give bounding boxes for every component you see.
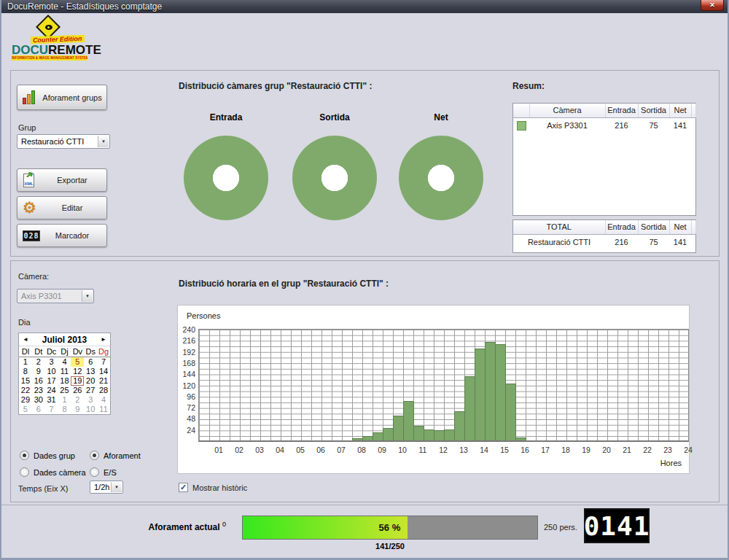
column-header[interactable] [691, 104, 695, 117]
calendar-day[interactable]: 27 [84, 386, 97, 395]
calendar-day[interactable]: 25 [58, 386, 71, 395]
x-tick-label: 07 [331, 446, 351, 454]
hourly-chart: Persones 24487296120144168192216240 0102… [177, 305, 690, 474]
column-header[interactable]: Entrada [605, 220, 638, 234]
calendar-day[interactable]: 6 [32, 405, 45, 414]
calendar-day[interactable]: 26 [71, 386, 84, 395]
table-cell: Restauració CTTI [513, 234, 605, 250]
column-header[interactable]: Net [669, 220, 691, 234]
exportar-button[interactable]: XML ➜ Exportar [17, 168, 107, 192]
calendar-day[interactable]: 9 [32, 367, 45, 376]
calendar-day-name: Dv [71, 346, 84, 357]
calendar-day[interactable]: 2 [71, 395, 84, 405]
calendar-day[interactable]: 7 [97, 357, 110, 367]
calendar-day[interactable]: 1 [19, 357, 32, 367]
column-header[interactable]: Càmera [529, 104, 605, 117]
column-header[interactable]: Sortida [638, 220, 669, 234]
column-header[interactable]: Net [669, 104, 691, 117]
calendar-day[interactable]: 3 [45, 357, 58, 367]
calendar-day[interactable]: 8 [58, 405, 71, 414]
aforament-grups-button[interactable]: Aforament grups [17, 85, 107, 110]
series-color-swatch [517, 121, 526, 131]
radio-dades-c-mera[interactable]: Dades càmera [20, 464, 90, 481]
column-header[interactable]: Entrada [605, 104, 638, 117]
radio-dades-grup[interactable]: Dades grup [20, 447, 90, 464]
calendar-day[interactable]: 6 [84, 357, 97, 367]
table-row[interactable]: Restauració CTTI21675141 [513, 234, 695, 250]
camera-label: Càmera: [18, 272, 49, 281]
y-tick-label: 48 [178, 414, 195, 423]
calendar-day[interactable]: 15 [19, 376, 32, 386]
calendar-day[interactable]: 5 [19, 405, 32, 414]
chart-title: Distribució horaria en el grup "Restaura… [179, 279, 389, 289]
calendar-day[interactable]: 18 [58, 376, 71, 386]
calendar-day[interactable]: 5 [71, 357, 84, 367]
camera-table: CàmeraEntradaSortidaNetAxis P33012167514… [512, 103, 696, 216]
chart-bar [434, 430, 445, 440]
calendar-day[interactable]: 30 [32, 395, 45, 405]
calendar-prev-icon[interactable]: ◄ [19, 336, 32, 343]
calendar-day[interactable]: 28 [97, 386, 110, 395]
calendar-month-title: Juliol 2013 [32, 335, 97, 345]
calendar-day[interactable]: 10 [45, 367, 58, 376]
calendar-day[interactable]: 11 [97, 405, 110, 414]
calendar-day[interactable]: 4 [58, 357, 71, 367]
radio-aforament[interactable]: Aforament [90, 447, 177, 464]
calendar-day[interactable]: 2 [32, 357, 45, 367]
camera-select[interactable]: Axis P3301 ▼ [17, 289, 94, 303]
close-button[interactable]: ✕ [701, 0, 724, 11]
calendar-day[interactable]: 3 [84, 395, 97, 405]
calendar-day[interactable]: 11 [58, 367, 71, 376]
calendar-day[interactable]: 12 [71, 367, 84, 376]
calendar-day[interactable]: 17 [45, 376, 58, 386]
app-logo: Counter Edition DOCUREMOTE INFORMATION &… [12, 17, 92, 63]
calendar-day[interactable]: 8 [19, 367, 32, 376]
chart-bar [444, 429, 455, 440]
calendar-day[interactable]: 20 [84, 376, 97, 386]
calendar-header: ◄ Juliol 2013 ► [19, 333, 110, 346]
radio-e-s[interactable]: E/S [90, 464, 177, 481]
calendar-day[interactable]: 10 [84, 405, 97, 414]
temps-select[interactable]: 1/2h ▼ [90, 481, 123, 494]
calendar-day[interactable]: 9 [71, 405, 84, 414]
calendar-day[interactable]: 21 [97, 376, 110, 386]
x-tick-label: 02 [229, 446, 249, 454]
x-tick-label: 05 [290, 446, 311, 454]
aforament-sup: 0 [222, 521, 226, 528]
calendar-day[interactable]: 4 [97, 395, 110, 405]
occupancy-ratio: 141/250 [242, 542, 538, 551]
radio-icon [90, 451, 99, 460]
gear-icon: ⚙ [23, 199, 36, 217]
column-header[interactable]: TOTAL [513, 220, 605, 234]
table-cell [691, 234, 695, 250]
chart-bar [495, 344, 506, 440]
calendar-day-name: Ds [84, 346, 97, 357]
xml-export-icon: XML ➜ [23, 174, 34, 187]
chart-bar [383, 428, 394, 440]
chart-bar [373, 432, 383, 440]
grup-select[interactable]: Restauració CTTI ▼ [17, 134, 110, 149]
marcador-button[interactable]: 028 Marcador [17, 224, 107, 247]
calendar-day[interactable]: 1 [58, 395, 71, 405]
column-header[interactable]: Sortida [638, 104, 669, 117]
calendar-day[interactable]: 24 [45, 386, 58, 395]
chevron-down-icon: ▼ [98, 136, 109, 147]
calendar-next-icon[interactable]: ► [97, 336, 110, 343]
calendar-day[interactable]: 22 [19, 386, 32, 395]
editar-button[interactable]: ⚙ Editar [17, 196, 107, 219]
window-title: DocuRemote - Estadístiques comptatge [7, 1, 162, 12]
table-row[interactable]: Axis P330121675141 [513, 117, 695, 133]
calendar-day[interactable]: 13 [84, 367, 97, 376]
calendar-day[interactable]: 16 [32, 376, 45, 386]
calendar-day[interactable]: 19 [71, 376, 84, 386]
calendar-day[interactable]: 29 [19, 395, 32, 405]
occupancy-progress-bar: 56 % [242, 516, 538, 540]
column-header[interactable] [513, 104, 529, 117]
calendar-day[interactable]: 31 [45, 395, 58, 405]
footer-separator [1, 505, 728, 505]
calendar-day[interactable]: 23 [32, 386, 45, 395]
calendar-day[interactable]: 7 [45, 405, 58, 414]
calendar-day[interactable]: 14 [97, 367, 110, 376]
mostrar-historic-checkbox[interactable]: ✓ [179, 483, 188, 492]
column-header[interactable] [691, 220, 695, 234]
